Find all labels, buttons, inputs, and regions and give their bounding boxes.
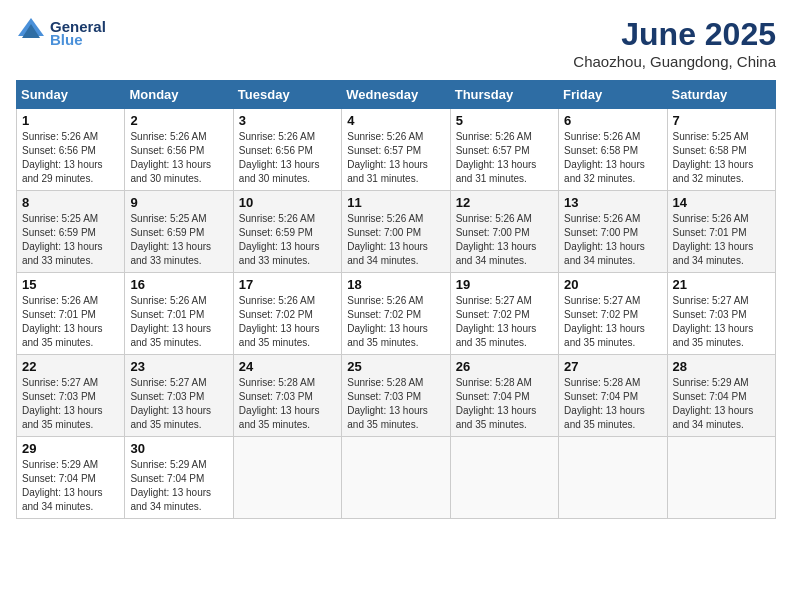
calendar-cell — [667, 437, 775, 519]
day-number: 6 — [564, 113, 661, 128]
calendar-week-row: 29Sunrise: 5:29 AM Sunset: 7:04 PM Dayli… — [17, 437, 776, 519]
day-number: 23 — [130, 359, 227, 374]
day-info: Sunrise: 5:27 AM Sunset: 7:03 PM Dayligh… — [130, 376, 227, 432]
day-info: Sunrise: 5:29 AM Sunset: 7:04 PM Dayligh… — [130, 458, 227, 514]
calendar-header-row: SundayMondayTuesdayWednesdayThursdayFrid… — [17, 81, 776, 109]
calendar-cell: 8Sunrise: 5:25 AM Sunset: 6:59 PM Daylig… — [17, 191, 125, 273]
day-info: Sunrise: 5:25 AM Sunset: 6:58 PM Dayligh… — [673, 130, 770, 186]
day-number: 8 — [22, 195, 119, 210]
calendar-body: 1Sunrise: 5:26 AM Sunset: 6:56 PM Daylig… — [17, 109, 776, 519]
day-number: 7 — [673, 113, 770, 128]
day-info: Sunrise: 5:27 AM Sunset: 7:03 PM Dayligh… — [673, 294, 770, 350]
day-info: Sunrise: 5:26 AM Sunset: 6:56 PM Dayligh… — [130, 130, 227, 186]
day-info: Sunrise: 5:26 AM Sunset: 7:01 PM Dayligh… — [130, 294, 227, 350]
day-info: Sunrise: 5:26 AM Sunset: 6:57 PM Dayligh… — [456, 130, 553, 186]
day-number: 27 — [564, 359, 661, 374]
day-info: Sunrise: 5:26 AM Sunset: 7:00 PM Dayligh… — [564, 212, 661, 268]
day-number: 29 — [22, 441, 119, 456]
calendar-cell: 24Sunrise: 5:28 AM Sunset: 7:03 PM Dayli… — [233, 355, 341, 437]
day-number: 18 — [347, 277, 444, 292]
day-number: 26 — [456, 359, 553, 374]
day-number: 14 — [673, 195, 770, 210]
calendar-table: SundayMondayTuesdayWednesdayThursdayFrid… — [16, 80, 776, 519]
day-info: Sunrise: 5:27 AM Sunset: 7:02 PM Dayligh… — [456, 294, 553, 350]
weekday-header-sunday: Sunday — [17, 81, 125, 109]
day-info: Sunrise: 5:26 AM Sunset: 7:01 PM Dayligh… — [673, 212, 770, 268]
calendar-cell: 7Sunrise: 5:25 AM Sunset: 6:58 PM Daylig… — [667, 109, 775, 191]
day-number: 11 — [347, 195, 444, 210]
calendar-cell: 18Sunrise: 5:26 AM Sunset: 7:02 PM Dayli… — [342, 273, 450, 355]
day-info: Sunrise: 5:26 AM Sunset: 6:58 PM Dayligh… — [564, 130, 661, 186]
day-info: Sunrise: 5:26 AM Sunset: 7:00 PM Dayligh… — [347, 212, 444, 268]
day-number: 25 — [347, 359, 444, 374]
day-number: 15 — [22, 277, 119, 292]
day-info: Sunrise: 5:29 AM Sunset: 7:04 PM Dayligh… — [22, 458, 119, 514]
calendar-cell — [450, 437, 558, 519]
day-number: 12 — [456, 195, 553, 210]
day-info: Sunrise: 5:29 AM Sunset: 7:04 PM Dayligh… — [673, 376, 770, 432]
weekday-header-monday: Monday — [125, 81, 233, 109]
day-info: Sunrise: 5:26 AM Sunset: 7:02 PM Dayligh… — [239, 294, 336, 350]
day-number: 13 — [564, 195, 661, 210]
day-number: 17 — [239, 277, 336, 292]
day-info: Sunrise: 5:25 AM Sunset: 6:59 PM Dayligh… — [22, 212, 119, 268]
day-number: 24 — [239, 359, 336, 374]
calendar-cell: 10Sunrise: 5:26 AM Sunset: 6:59 PM Dayli… — [233, 191, 341, 273]
day-number: 5 — [456, 113, 553, 128]
calendar-cell: 14Sunrise: 5:26 AM Sunset: 7:01 PM Dayli… — [667, 191, 775, 273]
calendar-cell: 26Sunrise: 5:28 AM Sunset: 7:04 PM Dayli… — [450, 355, 558, 437]
calendar-cell: 28Sunrise: 5:29 AM Sunset: 7:04 PM Dayli… — [667, 355, 775, 437]
day-info: Sunrise: 5:26 AM Sunset: 6:56 PM Dayligh… — [239, 130, 336, 186]
day-number: 1 — [22, 113, 119, 128]
day-number: 9 — [130, 195, 227, 210]
page-header: General Blue June 2025 Chaozhou, Guangdo… — [16, 16, 776, 70]
day-info: Sunrise: 5:26 AM Sunset: 7:00 PM Dayligh… — [456, 212, 553, 268]
month-title: June 2025 — [573, 16, 776, 53]
calendar-cell: 6Sunrise: 5:26 AM Sunset: 6:58 PM Daylig… — [559, 109, 667, 191]
day-info: Sunrise: 5:28 AM Sunset: 7:04 PM Dayligh… — [456, 376, 553, 432]
day-number: 3 — [239, 113, 336, 128]
calendar-cell: 25Sunrise: 5:28 AM Sunset: 7:03 PM Dayli… — [342, 355, 450, 437]
calendar-cell: 23Sunrise: 5:27 AM Sunset: 7:03 PM Dayli… — [125, 355, 233, 437]
day-info: Sunrise: 5:25 AM Sunset: 6:59 PM Dayligh… — [130, 212, 227, 268]
calendar-cell: 3Sunrise: 5:26 AM Sunset: 6:56 PM Daylig… — [233, 109, 341, 191]
calendar-cell: 1Sunrise: 5:26 AM Sunset: 6:56 PM Daylig… — [17, 109, 125, 191]
day-info: Sunrise: 5:28 AM Sunset: 7:04 PM Dayligh… — [564, 376, 661, 432]
day-info: Sunrise: 5:26 AM Sunset: 6:57 PM Dayligh… — [347, 130, 444, 186]
calendar-cell: 15Sunrise: 5:26 AM Sunset: 7:01 PM Dayli… — [17, 273, 125, 355]
day-info: Sunrise: 5:26 AM Sunset: 7:01 PM Dayligh… — [22, 294, 119, 350]
calendar-cell — [233, 437, 341, 519]
calendar-cell: 5Sunrise: 5:26 AM Sunset: 6:57 PM Daylig… — [450, 109, 558, 191]
calendar-cell: 19Sunrise: 5:27 AM Sunset: 7:02 PM Dayli… — [450, 273, 558, 355]
day-info: Sunrise: 5:26 AM Sunset: 6:59 PM Dayligh… — [239, 212, 336, 268]
calendar-week-row: 8Sunrise: 5:25 AM Sunset: 6:59 PM Daylig… — [17, 191, 776, 273]
calendar-cell: 11Sunrise: 5:26 AM Sunset: 7:00 PM Dayli… — [342, 191, 450, 273]
weekday-header-saturday: Saturday — [667, 81, 775, 109]
day-info: Sunrise: 5:28 AM Sunset: 7:03 PM Dayligh… — [347, 376, 444, 432]
day-number: 20 — [564, 277, 661, 292]
day-info: Sunrise: 5:28 AM Sunset: 7:03 PM Dayligh… — [239, 376, 336, 432]
day-number: 10 — [239, 195, 336, 210]
day-number: 22 — [22, 359, 119, 374]
calendar-cell: 21Sunrise: 5:27 AM Sunset: 7:03 PM Dayli… — [667, 273, 775, 355]
day-number: 16 — [130, 277, 227, 292]
calendar-cell: 22Sunrise: 5:27 AM Sunset: 7:03 PM Dayli… — [17, 355, 125, 437]
calendar-cell: 13Sunrise: 5:26 AM Sunset: 7:00 PM Dayli… — [559, 191, 667, 273]
day-number: 28 — [673, 359, 770, 374]
calendar-week-row: 1Sunrise: 5:26 AM Sunset: 6:56 PM Daylig… — [17, 109, 776, 191]
day-number: 30 — [130, 441, 227, 456]
day-info: Sunrise: 5:27 AM Sunset: 7:03 PM Dayligh… — [22, 376, 119, 432]
calendar-cell — [342, 437, 450, 519]
logo: General Blue — [16, 16, 106, 50]
weekday-header-friday: Friday — [559, 81, 667, 109]
day-info: Sunrise: 5:26 AM Sunset: 7:02 PM Dayligh… — [347, 294, 444, 350]
calendar-cell — [559, 437, 667, 519]
day-number: 19 — [456, 277, 553, 292]
calendar-cell: 16Sunrise: 5:26 AM Sunset: 7:01 PM Dayli… — [125, 273, 233, 355]
day-number: 2 — [130, 113, 227, 128]
calendar-week-row: 15Sunrise: 5:26 AM Sunset: 7:01 PM Dayli… — [17, 273, 776, 355]
calendar-cell: 29Sunrise: 5:29 AM Sunset: 7:04 PM Dayli… — [17, 437, 125, 519]
weekday-header-tuesday: Tuesday — [233, 81, 341, 109]
location: Chaozhou, Guangdong, China — [573, 53, 776, 70]
calendar-cell: 12Sunrise: 5:26 AM Sunset: 7:00 PM Dayli… — [450, 191, 558, 273]
